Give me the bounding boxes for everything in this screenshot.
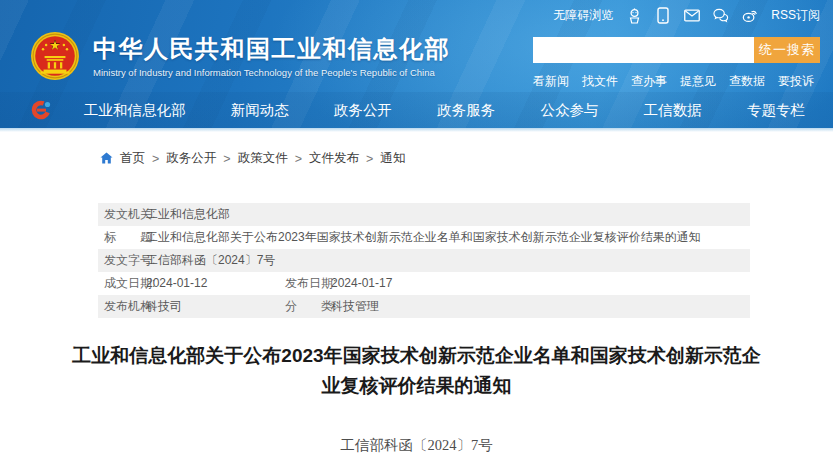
home-icon[interactable] (100, 152, 113, 164)
table-row: 成文日期: 2024-01-12 发布日期: 2024-01-17 (98, 272, 750, 295)
table-row: 发文字号: 工信部科函〔2024〕7号 (98, 249, 750, 272)
miit-webpage: 无障碍浏览 RSS订阅 (0, 0, 833, 463)
meta-value-doc-number: 工信部科函〔2024〕7号 (146, 249, 275, 272)
nav-item-miit[interactable]: 工业和信息化部 (84, 101, 186, 120)
quick-link-services[interactable]: 查办事 (631, 73, 667, 90)
article-title: 工业和信息化部关于公布2023年国家技术创新示范企业名单和国家技术创新示范企业复… (66, 341, 767, 401)
nav-item-news[interactable]: 新闻动态 (231, 101, 289, 120)
nav-item-gov-services[interactable]: 政务服务 (437, 101, 495, 120)
robot-assistant-icon[interactable] (626, 8, 642, 24)
brand: 中华人民共和国工业和信息化部 Ministry of Industry and … (30, 31, 450, 81)
breadcrumb: 首页 > 政务公开 > 政策文件 > 文件发布 > 通知 (100, 150, 405, 167)
table-row: 标 题: 工业和信息化部关于公布2023年国家技术创新示范企业名单和国家技术创新… (98, 226, 750, 249)
quick-link-files[interactable]: 找文件 (582, 73, 618, 90)
header-bottom-strip (0, 128, 833, 132)
utility-bar: 无障碍浏览 RSS订阅 (553, 7, 820, 24)
breadcrumb-file-release[interactable]: 文件发布 (309, 150, 359, 167)
quick-link-suggest[interactable]: 提意见 (680, 73, 716, 90)
weibo-icon[interactable] (742, 8, 758, 24)
breadcrumb-separator: > (152, 152, 159, 166)
breadcrumb-separator: > (366, 152, 373, 166)
nav-item-data[interactable]: 工信数据 (644, 101, 702, 120)
table-row: 发布机构: 科技司 分 类: 科技管理 (98, 295, 750, 318)
nav-item-gov-disclosure[interactable]: 政务公开 (334, 101, 392, 120)
meta-label-category: 分 类: (285, 295, 336, 318)
miit-e-logo-icon (30, 99, 52, 121)
breadcrumb-separator: > (295, 152, 302, 166)
breadcrumb-notice[interactable]: 通知 (380, 150, 405, 167)
search-input[interactable] (533, 37, 754, 63)
breadcrumb-separator: > (223, 152, 230, 166)
meta-value-issuing-agency: 工业和信息化部 (146, 203, 230, 226)
meta-value-publisher: 科技司 (146, 295, 182, 318)
brand-titles: 中华人民共和国工业和信息化部 Ministry of Industry and … (93, 34, 450, 78)
unified-search-button[interactable]: 统一搜索 (754, 37, 820, 63)
article-doc-number: 工信部科函〔2024〕7号 (0, 436, 833, 455)
site-title-cn: 中华人民共和国工业和信息化部 (93, 34, 450, 64)
mail-icon[interactable] (684, 8, 700, 24)
quick-link-data[interactable]: 查数据 (729, 73, 765, 90)
mobile-icon[interactable] (655, 8, 671, 24)
quick-link-complaint[interactable]: 要投诉 (778, 73, 814, 90)
accessibility-link[interactable]: 无障碍浏览 (553, 7, 613, 24)
national-emblem-icon (30, 31, 80, 81)
meta-value-category: 科技管理 (331, 295, 379, 318)
search-area: 统一搜索 看新闻 找文件 查办事 提意见 查数据 要投诉 (533, 37, 820, 90)
meta-label-publish-date: 发布日期: (285, 272, 336, 295)
breadcrumb-gov-disclosure[interactable]: 政务公开 (166, 150, 216, 167)
meta-value-title: 工业和信息化部关于公布2023年国家技术创新示范企业名单和国家技术创新示范企业复… (146, 226, 701, 249)
wechat-icon[interactable] (713, 8, 729, 24)
table-row: 发文机关: 工业和信息化部 (98, 203, 750, 226)
main-nav: 工业和信息化部 新闻动态 政务公开 政务服务 公众参与 工信数据 专题专栏 (0, 92, 833, 128)
breadcrumb-home[interactable]: 首页 (120, 150, 145, 167)
quick-link-news[interactable]: 看新闻 (533, 73, 569, 90)
nav-items: 工业和信息化部 新闻动态 政务公开 政务服务 公众参与 工信数据 专题专栏 (84, 101, 805, 120)
breadcrumb-policy-files[interactable]: 政策文件 (238, 150, 288, 167)
document-meta-table: 发文机关: 工业和信息化部 标 题: 工业和信息化部关于公布2023年国家技术创… (98, 203, 750, 318)
quick-links: 看新闻 找文件 查办事 提意见 查数据 要投诉 (533, 73, 820, 90)
meta-value-written-date: 2024-01-12 (146, 272, 207, 295)
meta-value-publish-date: 2024-01-17 (331, 272, 392, 295)
nav-item-special-topics[interactable]: 专题专栏 (747, 101, 805, 120)
nav-item-participation[interactable]: 公众参与 (541, 101, 599, 120)
rss-link[interactable]: RSS订阅 (771, 7, 820, 24)
site-title-en: Ministry of Industry and Information Tec… (93, 67, 450, 78)
